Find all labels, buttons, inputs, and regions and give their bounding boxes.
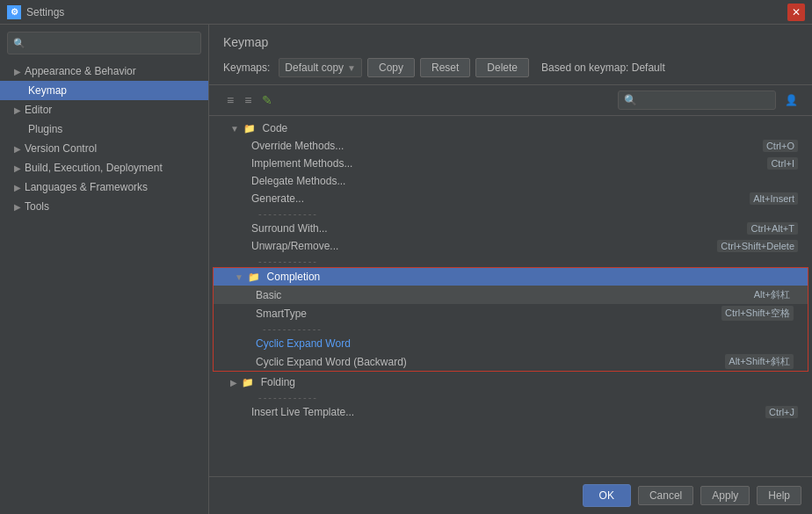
tree-label-implement: Implement Methods... <box>223 157 352 170</box>
shortcut-insert-live: Ctrl+J <box>765 406 798 418</box>
tree-row-insert-live[interactable]: Insert Live Template... Ctrl+J <box>209 403 812 421</box>
search-icon-keymap: 🔍 <box>624 94 637 106</box>
tree-label-insert-live: Insert Live Template... <box>223 406 354 418</box>
arrow-icon-editor: ▶ <box>14 105 21 115</box>
bottom-bar: OK Cancel Apply Help <box>209 476 812 514</box>
separator-1: ------------ <box>209 207 812 220</box>
sidebar-item-editor[interactable]: ▶ Editor <box>0 100 208 119</box>
toolbar-row: ≡ ≡ ✎ 🔍 👤 <box>209 85 812 116</box>
sidebar-search[interactable]: 🔍 <box>7 32 201 54</box>
tree-row-cyclic-backward[interactable]: Cyclic Expand Word (Backward) Alt+Shift+… <box>214 352 808 371</box>
tree-label-basic: Basic <box>228 289 281 301</box>
sidebar-item-tools-label: Tools <box>25 200 49 213</box>
separator-3: ------------ <box>214 322 808 335</box>
completion-highlight-section: ▼ 📁 Completion Basic Alt+斜杠 SmartType Ct… <box>213 267 808 372</box>
sidebar-item-keymap[interactable]: Keymap <box>0 81 208 100</box>
folder-icon-completion: 📁 <box>248 271 260 282</box>
sidebar: 🔍 ▶ Appearance & Behavior Keymap ▶ Edito… <box>0 25 209 514</box>
shortcut-cyclic-backward: Alt+Shift+斜杠 <box>725 354 794 369</box>
tree-area[interactable]: ▼ 📁 Code Override Methods... Ctrl+O Impl… <box>209 116 812 476</box>
tree-label-code: Code <box>263 122 288 134</box>
keymaps-label: Keymaps: <box>223 62 270 74</box>
arrow-icon-lang: ▶ <box>14 183 21 192</box>
sidebar-item-appearance-label: Appearance & Behavior <box>25 65 136 77</box>
sidebar-item-keymap-label: Keymap <box>14 84 67 97</box>
content-title: Keymap <box>223 35 798 49</box>
tree-row-unwrap[interactable]: Unwrap/Remove... Ctrl+Shift+Delete <box>209 237 812 255</box>
search-icon: 🔍 <box>13 38 25 49</box>
tree-label-smarttype: SmartType <box>228 308 307 320</box>
collapse-all-button[interactable]: ≡ <box>241 91 255 109</box>
separator-2: ------------ <box>209 255 812 267</box>
copy-button[interactable]: Copy <box>367 58 415 77</box>
tree-label-cyclic-backward: Cyclic Expand Word (Backward) <box>228 356 407 368</box>
tree-label-unwrap: Unwrap/Remove... <box>223 240 338 252</box>
tree-row-code[interactable]: ▼ 📁 Code <box>209 119 812 137</box>
sidebar-item-appearance[interactable]: ▶ Appearance & Behavior <box>0 62 208 81</box>
shortcut-smarttype: Ctrl+Shift+空格 <box>721 306 794 321</box>
dropdown-arrow-icon: ▼ <box>347 63 356 73</box>
sidebar-item-build[interactable]: ▶ Build, Execution, Deployment <box>0 158 208 177</box>
expand-arrow-folding: ▶ <box>230 378 237 387</box>
tree-row-generate[interactable]: Generate... Alt+Insert <box>209 190 812 207</box>
apply-button[interactable]: Apply <box>700 486 750 505</box>
reset-button[interactable]: Reset <box>420 58 470 77</box>
shortcut-generate: Alt+Insert <box>750 192 798 205</box>
tree-row-delegate[interactable]: Delegate Methods... <box>209 172 812 190</box>
arrow-icon-vc: ▶ <box>14 144 21 154</box>
sidebar-item-plugins-label: Plugins <box>28 123 62 135</box>
sidebar-item-tools[interactable]: ▶ Tools <box>0 197 208 216</box>
tree-row-smarttype[interactable]: SmartType Ctrl+Shift+空格 <box>214 304 808 322</box>
shortcut-unwrap: Ctrl+Shift+Delete <box>717 240 798 252</box>
tree-row-folding[interactable]: ▶ 📁 Folding <box>209 373 812 391</box>
sidebar-item-languages-label: Languages & Frameworks <box>25 181 148 193</box>
keymap-select[interactable]: Default copy ▼ <box>279 58 362 77</box>
content-header: Keymap Keymaps: Default copy ▼ Copy Rese… <box>209 25 812 85</box>
arrow-icon-tools: ▶ <box>14 202 21 212</box>
shortcut-surround: Ctrl+Alt+T <box>747 222 798 235</box>
tree-row-completion[interactable]: ▼ 📁 Completion <box>214 268 808 286</box>
arrow-icon: ▶ <box>14 67 21 76</box>
sidebar-item-languages[interactable]: ▶ Languages & Frameworks <box>0 177 208 197</box>
shortcut-override: Ctrl+O <box>763 140 798 152</box>
tree-row-basic[interactable]: Basic Alt+斜杠 <box>214 286 808 304</box>
expand-arrow-code: ▼ <box>230 124 239 134</box>
separator-4: ------------ <box>209 391 812 403</box>
sidebar-item-version-control[interactable]: ▶ Version Control <box>0 139 208 158</box>
tree-row-override[interactable]: Override Methods... Ctrl+O <box>209 137 812 155</box>
sidebar-item-vc-label: Version Control <box>25 142 97 155</box>
tree-label-surround: Surround With... <box>223 222 328 235</box>
tree-label-override: Override Methods... <box>223 140 344 152</box>
expand-all-button[interactable]: ≡ <box>223 91 237 109</box>
based-on-label: Based on keymap: Default <box>541 62 665 74</box>
tree-label-generate: Generate... <box>223 192 304 205</box>
tree-label-completion: Completion <box>267 271 321 283</box>
cancel-button[interactable]: Cancel <box>638 486 693 505</box>
sidebar-item-build-label: Build, Execution, Deployment <box>25 162 163 174</box>
close-button[interactable]: ✕ <box>787 4 805 21</box>
expand-arrow-completion: ▼ <box>235 272 243 282</box>
main-layout: 🔍 ▶ Appearance & Behavior Keymap ▶ Edito… <box>0 25 812 514</box>
sidebar-item-plugins[interactable]: Plugins <box>0 119 208 139</box>
shortcut-basic: Alt+斜杠 <box>750 287 794 302</box>
ok-button[interactable]: OK <box>583 484 631 507</box>
arrow-icon-build: ▶ <box>14 163 21 173</box>
window-title: Settings <box>26 6 787 18</box>
keymap-value: Default copy <box>285 62 344 74</box>
help-button[interactable]: Help <box>757 486 801 505</box>
folder-icon-folding: 📁 <box>242 377 254 387</box>
app-icon: ⚙ <box>7 5 21 19</box>
tree-label-delegate: Delegate Methods... <box>223 175 345 187</box>
tree-row-surround[interactable]: Surround With... Ctrl+Alt+T <box>209 220 812 237</box>
delete-button[interactable]: Delete <box>475 58 529 77</box>
tree-label-folding: Folding <box>261 376 295 388</box>
keymap-search-field[interactable]: 🔍 <box>618 90 776 110</box>
edit-button[interactable]: ✎ <box>258 91 276 109</box>
content-area: Keymap Keymaps: Default copy ▼ Copy Rese… <box>209 25 812 514</box>
sidebar-item-editor-label: Editor <box>25 104 52 116</box>
tree-row-cyclic[interactable]: Cyclic Expand Word <box>214 335 808 352</box>
folder-icon-code: 📁 <box>243 123 256 134</box>
tree-row-implement[interactable]: Implement Methods... Ctrl+I <box>209 155 812 172</box>
tree-label-cyclic: Cyclic Expand Word <box>228 337 351 350</box>
title-bar: ⚙ Settings ✕ <box>0 0 812 25</box>
